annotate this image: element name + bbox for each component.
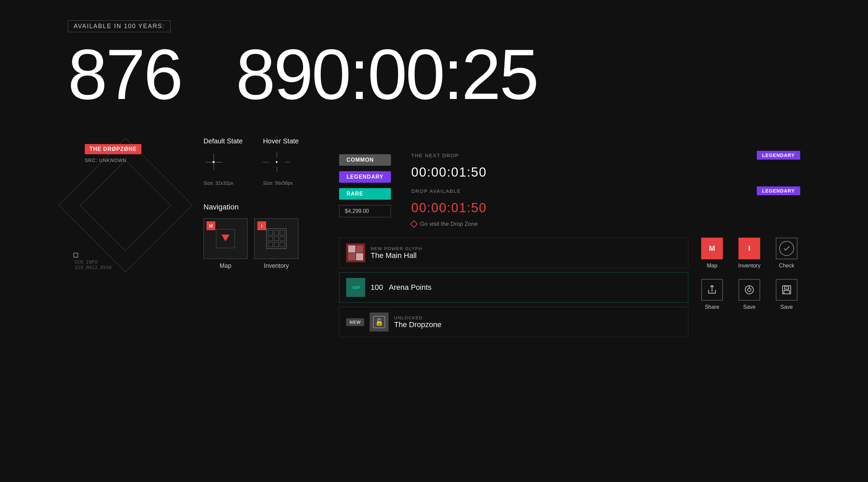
- drop-info: THE NEXT DROP LEGENDARY 00:00:01:50 DROP…: [411, 137, 800, 227]
- dropzone-unlock-text: UNLOCKED The Dropzone: [394, 315, 441, 329]
- arena-icon-box: ARP: [346, 278, 365, 297]
- states-section: Default State Size: 32x32px Hover State: [203, 137, 319, 186]
- notification-cards: NEW POWER GLYPH The Main Hall ARP 100: [339, 238, 688, 337]
- arena-points-number: 100: [371, 283, 383, 292]
- nav-inventory-label: Inventory: [264, 262, 289, 269]
- notif-arena-points: ARP 100 Arena Points: [339, 272, 688, 303]
- map-inner-icon: [216, 229, 235, 248]
- diamond-dot: [74, 253, 78, 258]
- action-row-2: Share Save: [698, 279, 800, 310]
- hover-crosshair: [263, 152, 290, 172]
- arena-points-label: Arena Points: [389, 283, 432, 292]
- checkmark-svg: [783, 244, 791, 253]
- arena-icon: ARP: [352, 285, 360, 290]
- notif-dropzone: NEW 🔓 UNLOCKED The Dropzone: [339, 307, 688, 337]
- right-sections: COMMON LEGENDARY RARE $4,299.00 THE NEXT…: [339, 137, 800, 337]
- arena-points-text: 100 Arena Points: [371, 283, 432, 292]
- power-glyph-icon-box: [346, 243, 365, 262]
- map-section: THE DRØPZØNE SRC: UNKNOWN SCR INFO 319.0…: [68, 137, 183, 337]
- svg-point-2: [748, 288, 751, 292]
- action-check-icon: [776, 238, 797, 259]
- drop-available-row: DROP AVAILABLE LEGENDARY: [411, 186, 800, 195]
- badge-common[interactable]: COMMON: [339, 154, 391, 166]
- save2-svg: [781, 284, 792, 295]
- action-check-label: Check: [779, 263, 794, 269]
- available-label: AVAILABLE IN 100 YEARS:: [68, 20, 171, 32]
- map-marker-icon: [221, 235, 230, 241]
- bottom-notifications: NEW POWER GLYPH The Main Hall ARP 100: [339, 238, 800, 337]
- action-row-1: M Map I Inventory: [698, 238, 800, 269]
- drop-zone-link-text: Go visit the Drop Zone: [420, 221, 478, 227]
- inventory-badge-letter: I: [748, 244, 750, 253]
- map-diamond-outer: [58, 138, 193, 272]
- notif-power-glyph: NEW POWER GLYPH The Main Hall: [339, 238, 688, 268]
- action-map-label: Map: [707, 263, 717, 269]
- next-drop-row: THE NEXT DROP LEGENDARY: [411, 151, 800, 160]
- badge-rare[interactable]: RARE: [339, 188, 391, 200]
- power-glyph-text: NEW POWER GLYPH The Main Hall: [371, 246, 422, 260]
- default-state-title: Default State: [203, 137, 243, 145]
- hover-size-label: Size: 56x56px: [263, 180, 293, 186]
- default-state-block: Default State Size: 32x32px: [203, 137, 243, 186]
- drop-available-label: DROP AVAILABLE: [411, 188, 461, 194]
- svg-rect-5: [785, 286, 789, 289]
- map-badge-letter: M: [709, 244, 715, 253]
- ch-center: [276, 161, 277, 163]
- dropzone-subtitle: UNLOCKED: [394, 315, 441, 320]
- drop-available-countdown: 00:00:01:50: [411, 201, 800, 215]
- crosshair-dot: [213, 161, 215, 163]
- drop-zone-link[interactable]: Go visit the Drop Zone: [411, 221, 800, 227]
- action-inventory[interactable]: I Inventory: [736, 238, 763, 269]
- checkmark-circle: [779, 241, 794, 256]
- power-glyph-icon: [348, 245, 363, 260]
- action-save1-label: Save: [743, 304, 755, 310]
- action-check[interactable]: Check: [773, 238, 800, 269]
- dropzone-label: THE DRØPZØNE: [85, 144, 141, 154]
- action-map[interactable]: M Map: [698, 238, 726, 269]
- action-save1[interactable]: Save: [736, 279, 763, 310]
- action-share[interactable]: Share: [698, 279, 726, 310]
- arena-points-display: 100 Arena Points: [371, 283, 432, 292]
- nav-badge-m: M: [206, 221, 215, 230]
- nav-title: Navigation: [203, 203, 319, 212]
- action-save2[interactable]: Save: [773, 279, 800, 310]
- default-size-label: Size: 32x32px: [203, 180, 233, 186]
- dropzone-icon-box: 🔓: [370, 313, 389, 332]
- inventory-icon: [266, 228, 287, 249]
- nav-map-label: Map: [219, 262, 231, 269]
- action-buttons: M Map I Inventory: [698, 238, 800, 310]
- ch-right: [285, 162, 290, 162]
- action-inventory-label: Inventory: [738, 263, 761, 269]
- next-drop-countdown: 00:00:01:50: [411, 165, 800, 180]
- nav-item-map[interactable]: M Map: [203, 218, 248, 269]
- action-save2-icon: [776, 279, 797, 301]
- svg-rect-6: [784, 290, 789, 294]
- map-diamond-inner: [80, 160, 171, 251]
- ch-left: [263, 162, 269, 162]
- ch-top: [277, 152, 277, 157]
- hover-state-block: Hover State Size: 56x56px: [263, 137, 299, 186]
- action-share-label: Share: [705, 304, 719, 310]
- timer-days: 876: [68, 35, 181, 114]
- timer-time: 890:00:25: [236, 35, 537, 114]
- unlocked-icon: 🔓: [373, 316, 385, 328]
- next-drop-label: THE NEXT DROP: [411, 153, 459, 158]
- power-glyph-subtitle: NEW POWER GLYPH: [371, 246, 422, 251]
- timer-section: AVAILABLE IN 100 YEARS: 876 890:00:25: [68, 20, 800, 110]
- badge-legendary[interactable]: LEGENDARY: [339, 171, 391, 183]
- default-crosshair: [203, 152, 224, 172]
- nav-box-inventory: I: [254, 218, 298, 259]
- action-inventory-icon: I: [738, 238, 760, 259]
- navigation-section: Navigation M Map: [203, 203, 319, 269]
- nav-box-map: M: [203, 218, 248, 259]
- share-svg: [707, 284, 717, 295]
- next-drop-badge: LEGENDARY: [757, 151, 800, 160]
- notif-new-badge: NEW: [346, 318, 364, 326]
- action-save2-label: Save: [781, 304, 793, 310]
- dropzone-title: The Dropzone: [394, 320, 441, 329]
- nav-item-inventory[interactable]: I: [254, 218, 298, 269]
- drop-available-badge: LEGENDARY: [757, 186, 800, 195]
- ch-bottom: [277, 167, 277, 172]
- action-save1-icon: [738, 279, 760, 301]
- action-map-icon: M: [701, 238, 723, 259]
